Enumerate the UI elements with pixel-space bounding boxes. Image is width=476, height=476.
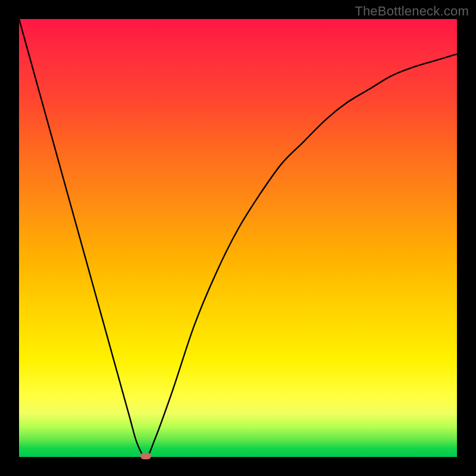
chart-frame: TheBottleneck.com bbox=[0, 0, 476, 476]
curve-path bbox=[19, 19, 457, 457]
bottleneck-curve bbox=[19, 19, 457, 457]
minimum-marker bbox=[140, 453, 151, 459]
gradient-plot-area bbox=[19, 19, 457, 457]
watermark-text: TheBottleneck.com bbox=[355, 4, 469, 19]
